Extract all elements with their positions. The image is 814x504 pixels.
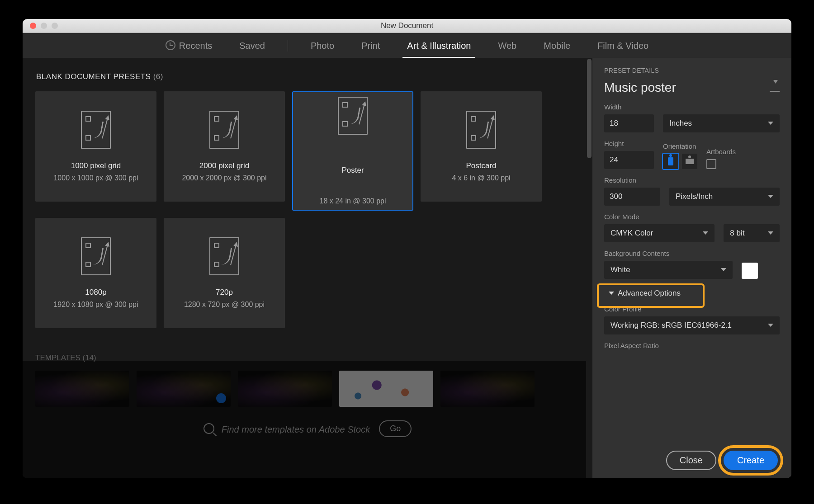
preset-details-heading: PRESET DETAILS [604,67,780,74]
background-color-swatch[interactable] [742,263,758,279]
chevron-down-icon [768,231,773,237]
chevron-down-icon [768,195,773,201]
clock-icon [166,40,175,50]
units-select[interactable]: Inches [663,114,780,132]
create-button[interactable]: Create [724,451,778,470]
height-label: Height [604,140,654,147]
tab-separator [288,40,288,52]
templates-heading: TEMPLATES (14) [35,353,580,363]
category-tabs: Recents Saved Photo Print Art & Illustra… [23,33,791,58]
stock-search-input[interactable]: Find more templates on Adobe Stock [204,423,370,435]
height-input[interactable] [604,151,654,169]
save-preset-icon[interactable] [770,84,780,92]
bit-depth-select[interactable]: 8 bit [724,224,780,242]
window-controls [30,23,58,29]
tab-art-illustration[interactable]: Art & Illustration [402,41,475,51]
tab-web[interactable]: Web [493,41,521,51]
preset-poster[interactable]: Poster18 x 24 in @ 300 ppi [292,91,413,211]
close-window-icon[interactable] [30,23,36,29]
template-thumbnail[interactable] [339,371,433,407]
new-document-window: New Document Recents Saved Photo Print A… [23,19,791,478]
chevron-down-icon [768,324,773,330]
portrait-icon [668,157,673,165]
artboards-label: Artboards [706,148,736,155]
background-contents-select[interactable]: White [604,261,733,279]
chevron-down-icon [609,292,614,297]
tab-mobile[interactable]: Mobile [539,41,575,51]
close-button[interactable]: Close [666,451,716,470]
resolution-units-select[interactable]: Pixels/Inch [669,188,780,206]
tab-print[interactable]: Print [357,41,384,51]
pixel-aspect-ratio-label: Pixel Aspect Ratio [604,342,780,349]
tab-photo[interactable]: Photo [306,41,339,51]
document-icon [81,237,111,275]
preset-postcard[interactable]: Postcard4 x 6 in @ 300 ppi [421,91,542,202]
landscape-icon [686,159,694,164]
chevron-down-icon [703,231,708,237]
presets-panel: BLANK DOCUMENT PRESETS (6) 1000 pixel gr… [23,58,592,478]
check-badge-icon [216,393,226,403]
preset-name-input[interactable]: Music poster [604,80,676,95]
templates-row [35,371,580,407]
tab-recents[interactable]: Recents [161,40,217,51]
preset-details-panel: PRESET DETAILS Music poster Width Inches… [592,58,791,478]
orientation-label: Orientation [663,142,697,150]
preset-1000-pixel-grid[interactable]: 1000 pixel grid1000 x 1000 px @ 300 ppi [35,91,156,202]
template-thumbnail[interactable] [137,371,231,407]
resolution-label: Resolution [604,176,780,184]
advanced-options-toggle[interactable]: Advanced Options [604,286,685,301]
width-input[interactable] [604,114,654,132]
zoom-window-icon[interactable] [52,23,58,29]
color-mode-select[interactable]: CMYK Color [604,224,715,242]
template-thumbnail[interactable] [35,371,129,407]
tab-film-video[interactable]: Film & Video [593,41,653,51]
scrollbar-thumb[interactable] [587,59,592,158]
scrollbar-track [586,58,592,478]
preset-2000-pixel-grid[interactable]: 2000 pixel grid2000 x 2000 px @ 300 ppi [164,91,285,202]
preset-1080p[interactable]: 1080p1920 x 1080 px @ 300 ppi [35,218,156,328]
artboards-checkbox[interactable] [706,159,716,169]
color-profile-label: Color Profile [604,305,780,313]
go-button[interactable]: Go [379,420,412,437]
document-icon [81,111,111,149]
search-icon [204,423,214,434]
chevron-down-icon [768,122,773,127]
color-mode-label: Color Mode [604,213,780,221]
titlebar: New Document [23,19,791,33]
background-contents-label: Background Contents [604,250,780,257]
document-icon [338,97,368,135]
document-icon [466,111,496,149]
preset-720p[interactable]: 720p1280 x 720 px @ 300 ppi [164,218,285,328]
minimize-window-icon[interactable] [41,23,47,29]
document-icon [209,237,239,275]
color-profile-select[interactable]: Working RGB: sRGB IEC61966-2.1 [604,316,780,334]
resolution-input[interactable] [604,188,660,206]
chevron-down-icon [721,268,726,274]
document-icon [209,111,239,149]
tab-saved[interactable]: Saved [235,41,270,51]
template-thumbnail[interactable] [238,371,332,407]
window-title: New Document [381,21,433,30]
orientation-landscape-button[interactable] [682,154,697,169]
blank-presets-heading: BLANK DOCUMENT PRESETS (6) [36,72,580,81]
dialog-footer: Close Create [592,442,791,478]
orientation-portrait-button[interactable] [663,154,678,169]
width-label: Width [604,103,780,111]
template-thumbnail[interactable] [440,371,535,407]
